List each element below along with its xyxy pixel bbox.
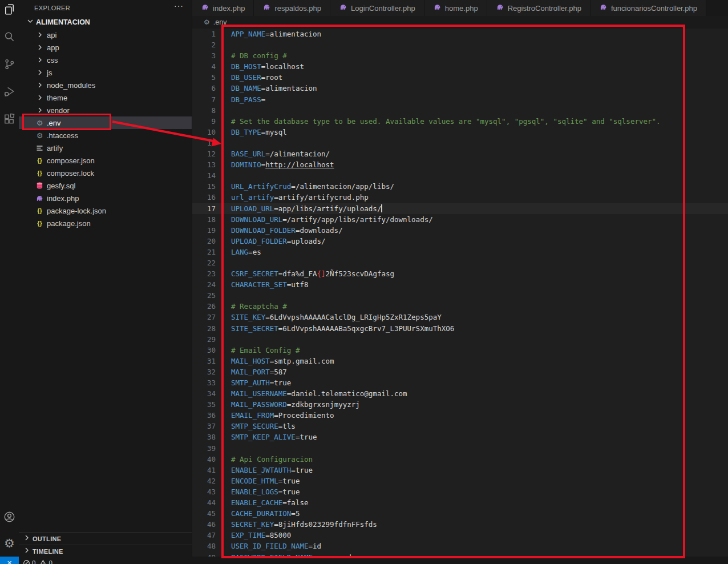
code-line-19[interactable]: 19DOWNLOAD_FOLDER=downloads/ <box>192 225 728 236</box>
explorer-file-.htaccess[interactable]: ⚙.htaccess <box>19 129 192 142</box>
panel-timeline[interactable]: TIMELINE <box>19 545 192 557</box>
code-line-14[interactable]: 14 <box>192 170 728 181</box>
more-actions-icon[interactable]: ··· <box>174 1 184 10</box>
source-control-icon[interactable] <box>2 57 17 71</box>
code-line-25[interactable]: 25 <box>192 290 728 301</box>
code-line-45[interactable]: 45CACHE_DURATION=5 <box>192 508 728 519</box>
explorer-sidebar: EXPLORER ··· ALIMENTACION apiappcssjsnod… <box>19 0 192 564</box>
explorer-file-.env[interactable]: ⚙.env <box>19 116 192 129</box>
code-line-11[interactable]: 11 <box>192 138 728 148</box>
code-line-31[interactable]: 31MAIL_HOST=smtp.gmail.com <box>192 356 728 366</box>
chevron-right-icon <box>35 80 45 90</box>
line-number: 25 <box>192 290 216 301</box>
tab-funcionariosController.php[interactable]: funcionariosController.php <box>591 0 706 16</box>
editor-area: index.phprespaldos.phpLoginController.ph… <box>192 0 728 564</box>
code-line-17[interactable]: 17UPLOAD_URL=app/libs/artify/uploads/ <box>192 203 728 214</box>
explorer-file-package-lock.json[interactable]: {}package-lock.json <box>19 204 192 217</box>
account-icon[interactable] <box>2 510 17 524</box>
explorer-folder-app[interactable]: app <box>19 41 192 54</box>
chevron-right-icon <box>22 546 31 557</box>
code-line-33[interactable]: 33SMTP_AUTH=true <box>192 377 728 388</box>
code-line-44[interactable]: 44ENABLE_CACHE=false <box>192 497 728 508</box>
code-line-26[interactable]: 26# Recaptcha # <box>192 301 728 312</box>
code-line-41[interactable]: 41ENABLE_JWTAUTH=true <box>192 465 728 476</box>
code-line-15[interactable]: 15URL_ArtifyCrud=/alimentacion/app/libs/ <box>192 181 728 192</box>
panel-outline[interactable]: OUTLINE <box>19 532 192 545</box>
code-line-38[interactable]: 38SMTP_KEEP_ALIVE=true <box>192 432 728 442</box>
code-line-39[interactable]: 39 <box>192 443 728 454</box>
explorer-file-gesfy.sql[interactable]: gesfy.sql <box>19 179 192 192</box>
explorer-folder-css[interactable]: css <box>19 54 192 66</box>
code-line-24[interactable]: 24CHARACTER_SET=utf8 <box>192 279 728 290</box>
code-line-36[interactable]: 36EMAIL_FROM=Procedimiento <box>192 410 728 421</box>
code-line-9[interactable]: 9# Set the database type to be used. Ava… <box>192 116 728 127</box>
code-line-8[interactable]: 8 <box>192 105 728 116</box>
line-content: # DB config # <box>231 50 287 61</box>
code-line-30[interactable]: 30# Email Config # <box>192 345 728 356</box>
code-line-22[interactable]: 22 <box>192 257 728 268</box>
explorer-file-artify[interactable]: artify <box>19 142 192 154</box>
code-line-40[interactable]: 40# Api Configuracion <box>192 454 728 465</box>
code-editor[interactable]: 1APP_NAME=alimentacion23# DB config #4DB… <box>192 29 728 564</box>
code-line-48[interactable]: 48USER_ID_FIELD_NAME=id <box>192 541 728 551</box>
run-debug-icon[interactable] <box>2 84 17 99</box>
code-line-34[interactable]: 34MAIL_USERNAME=daniel.telematico@gmail.… <box>192 388 728 399</box>
explorer-folder-theme[interactable]: theme <box>19 91 192 104</box>
errors-count: 0 <box>32 559 35 564</box>
editor-title-row[interactable]: ⚙ .env <box>192 16 728 29</box>
tab-index.php[interactable]: index.php <box>192 0 254 16</box>
code-line-6[interactable]: 6DB_NAME=alimentacion <box>192 83 728 94</box>
section-alimentacion[interactable]: ALIMENTACION <box>19 16 192 29</box>
explorer-folder-vendor[interactable]: vendor <box>19 104 192 116</box>
tab-LoginController.php[interactable]: LoginController.php <box>330 0 424 16</box>
code-line-5[interactable]: 5DB_USER=root <box>192 72 728 83</box>
problems-indicator[interactable]: 0 0 <box>23 559 52 564</box>
explorer-file-package.json[interactable]: {}package.json <box>19 217 192 229</box>
code-line-18[interactable]: 18DOWNLOAD_URL=/artify/app/libs/artify/d… <box>192 214 728 225</box>
code-line-27[interactable]: 27SITE_KEY=6LdVvpshAAAAACalclDg_LRIgHp5Z… <box>192 312 728 323</box>
line-number: 26 <box>192 301 216 312</box>
explorer-tree: apiappcssjsnode_modulesthemevendor⚙.env⚙… <box>19 29 192 229</box>
code-line-10[interactable]: 10DB_TYPE=mysql <box>192 127 728 138</box>
code-line-1[interactable]: 1APP_NAME=alimentacion <box>192 29 728 39</box>
code-line-7[interactable]: 7DB_PASS= <box>192 94 728 105</box>
explorer-icon[interactable] <box>2 2 17 17</box>
line-content: DOWNLOAD_FOLDER=downloads/ <box>231 225 343 236</box>
code-line-3[interactable]: 3# DB config # <box>192 50 728 61</box>
code-line-29[interactable]: 29 <box>192 334 728 345</box>
code-line-46[interactable]: 46SECRET_KEY=8jiHfds023299fdfnFFsfds <box>192 519 728 530</box>
search-icon[interactable] <box>2 30 17 44</box>
line-number: 6 <box>192 83 216 94</box>
code-line-28[interactable]: 28SITE_SECRET=6LdVvpshAAAAABa5qxgcBrv7_L… <box>192 323 728 334</box>
code-line-23[interactable]: 23CSRF_SECRET=dfa%d_FA{]2Ñf523scvDAgfasg <box>192 268 728 279</box>
chevron-right-icon <box>35 93 45 102</box>
code-line-35[interactable]: 35MAIL_PASSWORD=zdkbgrxsnjmyyzrj <box>192 399 728 410</box>
tab-home.php[interactable]: home.php <box>424 0 487 16</box>
explorer-file-composer.lock[interactable]: {}composer.lock <box>19 167 192 179</box>
php-file-icon <box>35 194 45 203</box>
code-line-47[interactable]: 47EXP_TIME=85000 <box>192 530 728 541</box>
line-content: EXP_TIME=85000 <box>231 530 291 541</box>
code-line-13[interactable]: 13DOMINIO=http://localhost <box>192 159 728 170</box>
code-line-4[interactable]: 4DB_HOST=localhost <box>192 61 728 72</box>
extensions-icon[interactable] <box>2 112 17 126</box>
explorer-folder-js[interactable]: js <box>19 66 192 79</box>
tab-RegistroController.php[interactable]: RegistroController.php <box>487 0 591 16</box>
code-line-43[interactable]: 43ENABLE_LOGS=true <box>192 486 728 497</box>
code-line-2[interactable]: 2 <box>192 39 728 50</box>
tab-respaldos.php[interactable]: respaldos.php <box>254 0 330 16</box>
explorer-folder-node_modules[interactable]: node_modules <box>19 79 192 91</box>
explorer-file-index.php[interactable]: index.php <box>19 192 192 204</box>
code-line-12[interactable]: 12BASE_URL=/alimentacion/ <box>192 148 728 159</box>
code-line-21[interactable]: 21LANG=es <box>192 247 728 257</box>
code-line-16[interactable]: 16url_artify=artify/artifycrud.php <box>192 192 728 203</box>
settings-gear-icon[interactable]: ⚙ <box>2 536 17 550</box>
code-line-37[interactable]: 37SMTP_SECURE=tls <box>192 421 728 432</box>
remote-indicator[interactable]: ✕ <box>0 557 19 564</box>
gear-file-icon: ⚙ <box>35 131 45 140</box>
explorer-folder-api[interactable]: api <box>19 29 192 41</box>
code-line-20[interactable]: 20UPLOAD_FOLDER=uploads/ <box>192 236 728 247</box>
code-line-32[interactable]: 32MAIL_PORT=587 <box>192 366 728 377</box>
code-line-42[interactable]: 42ENCODE_HTML=true <box>192 476 728 486</box>
explorer-file-composer.json[interactable]: {}composer.json <box>19 154 192 167</box>
